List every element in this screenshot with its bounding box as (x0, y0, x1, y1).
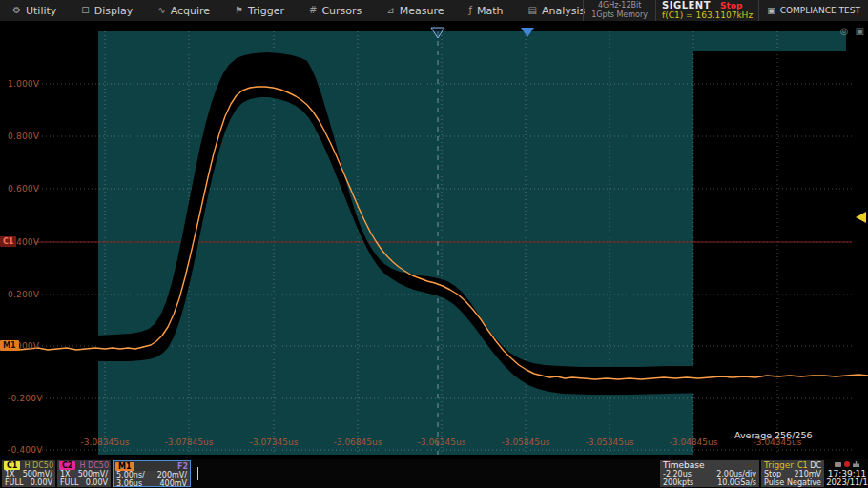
menu-item-cursors[interactable]: #Cursors (297, 0, 374, 21)
trigger-level: 210mV (794, 470, 821, 478)
timebase-points: 200kpts (663, 478, 693, 487)
c1-position-marker[interactable]: C1 (0, 236, 16, 247)
y-axis-label: 0.800V (8, 132, 50, 141)
x-axis-label: -3.07345us (243, 437, 304, 447)
screenshot-icon[interactable]: ▣ (856, 26, 864, 37)
scope-display: 1.000V 0.800V 0.600V 0.400V 0.200V 0.000… (0, 21, 868, 459)
m1-offset: 400mV (159, 479, 187, 488)
timebase-title: Timebase (660, 460, 759, 470)
y-axis-label: 0.200V (8, 290, 50, 299)
display-icon: ⊡ (81, 6, 89, 15)
c2-chip: C2 (59, 461, 75, 470)
trigger-box[interactable]: Trigger C1 DC Stop210mV PulseNegative (761, 460, 824, 487)
waveform-canvas (0, 21, 868, 459)
math-icon: ƒ (468, 6, 472, 15)
oscilloscope-ui: { "menu": { "items": [ {"icon_char":"⚙",… (0, 0, 868, 488)
c2-offset: 0.00V (86, 478, 108, 487)
run-state-badge: Stop (720, 1, 742, 10)
menu-item-measure[interactable]: ⊿Measure (374, 0, 456, 21)
c2-bandwidth: FULL (60, 478, 78, 487)
c1-scale: 500mV/ (23, 470, 52, 478)
c1-bandwidth: FULL (5, 478, 23, 487)
average-status: Average 256/256 (734, 430, 813, 440)
c1-probe: 1X (5, 470, 15, 478)
menu-item-trigger[interactable]: ⚑Trigger (222, 0, 297, 21)
menu-item-utility[interactable]: ⚙Utility (0, 0, 69, 21)
timebase-delay: -2.20us (663, 470, 692, 478)
usb-icon (835, 462, 841, 467)
x-axis-label: -3.06345us (411, 437, 472, 447)
flag-icon: ⚑ (235, 6, 243, 15)
header-right: 4GHz-12Bit 1Gpts Memory SIGLENT Stop f(C… (583, 0, 868, 21)
scope-specs: 4GHz-12Bit 1Gpts Memory (583, 0, 655, 21)
m1-chip: M1 (115, 462, 134, 471)
gear-icon: ⚙ (12, 6, 21, 15)
x-axis-label: -3.04845us (663, 437, 724, 447)
memory-m1-box[interactable]: M1 F2 5.00ns/200mV/ 3.06us400mV (113, 460, 191, 487)
x-axis-label: -3.06845us (327, 437, 388, 447)
record-status-icon (844, 461, 850, 467)
m1-position-marker[interactable]: M1 (0, 340, 19, 351)
y-axis-label: -0.200V (8, 394, 50, 403)
c2-scale: 500mV/ (78, 470, 108, 478)
c2-coupling: DC50 (88, 461, 109, 470)
cursor-divider (197, 467, 198, 480)
m1-vdiv: 200mV/ (157, 471, 187, 479)
y-axis-label: 0.600V (8, 184, 50, 193)
menu-item-display[interactable]: ⊡Display (69, 0, 145, 21)
x-axis-label: -3.05845us (495, 437, 556, 447)
c1-coupling: DC50 (32, 461, 53, 470)
brand-block: SIGLENT Stop f(C1) = 163.1107kHz (655, 0, 758, 21)
y-axis-label: 1.000V (8, 79, 50, 89)
y-axis-label: -0.400V (8, 445, 50, 455)
trigger-coupling: DC (810, 461, 821, 470)
x-axis-label: -3.05345us (579, 437, 640, 447)
bw-limit-icon: H (25, 461, 31, 470)
lan-icon (853, 461, 859, 467)
trigger-state: Stop (764, 470, 781, 478)
measure-icon: ⊿ (386, 6, 394, 15)
x-axis-label: -3.08345us (74, 437, 135, 447)
clock-panel: 17:39:11 2023/11/1 (826, 460, 868, 487)
status-bar: C1 H DC50 1X500mV/ FULL0.00V C2 H DC50 1… (0, 459, 868, 488)
channel-c2-box[interactable]: C2 H DC50 1X500mV/ FULL0.00V (57, 460, 111, 487)
clipboard-icon: ▣ (767, 6, 775, 15)
channel-c1-box[interactable]: C1 H DC50 1X500mV/ FULL0.00V (2, 460, 55, 487)
trigger-slope: Negative (787, 478, 821, 487)
trigger-level-marker[interactable] (856, 212, 866, 223)
x-axis-label: -3.07845us (158, 437, 219, 447)
status-icons (826, 461, 868, 469)
menu-items: ⚙Utility ⊡Display ∿Acquire ⚑Trigger #Cur… (0, 0, 597, 21)
compliance-test-button[interactable]: ▣ COMPLIANCE TEST (758, 0, 868, 21)
timebase-box[interactable]: Timebase -2.20us2.00us/div 200kpts10.0GS… (660, 460, 759, 487)
trigger-source: C1 (797, 461, 808, 470)
c1-offset: 0.00V (31, 478, 52, 487)
frequency-counter: f(C1) = 163.1107kHz (662, 10, 753, 21)
record-icon[interactable]: ◎ (840, 26, 849, 37)
c2-probe: 1X (60, 470, 71, 478)
trigger-type: Pulse (764, 478, 784, 487)
bw-limit-icon: H (80, 461, 86, 470)
trigger-title: Trigger (764, 460, 794, 470)
clock-date: 2023/11/1 (826, 478, 868, 487)
menu-item-acquire[interactable]: ∿Acquire (145, 0, 222, 21)
waveform-icon: ∿ (157, 6, 165, 15)
f2-label: F2 (177, 462, 188, 471)
m1-delay: 3.06us (116, 479, 142, 488)
analysis-icon: ▤ (528, 6, 537, 15)
menu-bar: ⚙Utility ⊡Display ∿Acquire ⚑Trigger #Cur… (0, 0, 868, 22)
brand-logo: SIGLENT (662, 1, 711, 10)
m1-tdiv: 5.00ns/ (116, 471, 145, 479)
c1-chip: C1 (4, 461, 20, 470)
timebase-scale: 2.00us/div (716, 470, 756, 478)
grid-corner-icons: ◎ ▣ (840, 26, 864, 37)
cursors-icon: # (309, 6, 317, 15)
menu-item-math[interactable]: ƒMath (456, 0, 515, 21)
timebase-samplerate: 10.0GSa/s (717, 478, 756, 487)
